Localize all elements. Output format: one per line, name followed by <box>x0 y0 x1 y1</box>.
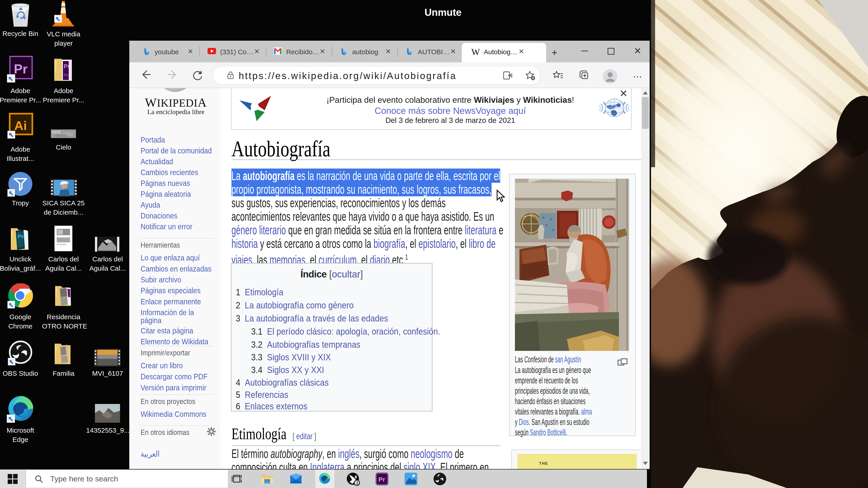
svg-text:Ps: Ps <box>18 233 24 239</box>
svg-text:Ai: Ai <box>14 119 27 133</box>
svg-text:Pr: Pr <box>378 476 385 483</box>
svg-text:Pro: Pro <box>64 73 69 77</box>
svg-text:Pr: Pr <box>14 61 28 76</box>
svg-text:1: 1 <box>356 481 359 486</box>
